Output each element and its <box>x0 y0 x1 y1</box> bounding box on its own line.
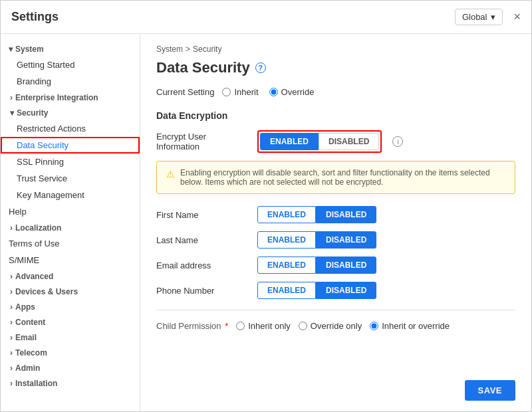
save-button[interactable]: SAVE <box>465 380 515 401</box>
override-only-text: Override only <box>311 321 362 331</box>
data-encryption-title: Data Encryption <box>156 110 515 121</box>
warning-box: ⚠ Enabling encryption will disable searc… <box>156 161 515 194</box>
field-enabled-btn-2[interactable]: ENABLED <box>257 257 316 274</box>
installation-label: Installation <box>15 379 57 388</box>
sidebar-item-key-management[interactable]: Key Management <box>1 187 140 203</box>
sidebar-item-branding[interactable]: Branding <box>1 73 140 90</box>
field-disabled-btn-1[interactable]: DISABLED <box>316 231 376 249</box>
telecom-label: Telecom <box>15 348 47 358</box>
global-dropdown[interactable]: Global ▾ <box>455 9 503 25</box>
modal-header: Settings Global ▾ × <box>1 1 531 34</box>
security-section-label: Security <box>17 108 48 118</box>
sidebar-section-system[interactable]: ▾ System <box>1 41 140 56</box>
help-icon[interactable]: ? <box>255 62 266 73</box>
chevron-right-icon: › <box>10 302 13 312</box>
inherit-or-override-label[interactable]: Inherit or override <box>370 321 450 331</box>
sidebar-item-smime[interactable]: S/MIME <box>1 252 140 268</box>
encrypt-toggle-group: ENABLED DISABLED <box>260 133 379 150</box>
sidebar-item-email[interactable]: › Email <box>1 330 140 345</box>
chevron-right-icon: › <box>10 272 13 281</box>
sidebar-section-security[interactable]: ▾ Security <box>1 105 140 120</box>
content-label: Content <box>15 318 45 327</box>
field-disabled-btn-0[interactable]: DISABLED <box>316 206 376 223</box>
breadcrumb-security: Security <box>193 45 221 54</box>
close-button[interactable]: × <box>513 10 521 24</box>
field-enabled-btn-3[interactable]: ENABLED <box>257 282 316 299</box>
field-row: First NameENABLEDDISABLED <box>156 206 515 223</box>
modal-body: ▾ System Getting Started Branding › Ente… <box>1 34 531 411</box>
inherit-label: Inherit <box>234 87 258 97</box>
sidebar-item-admin[interactable]: › Admin <box>1 360 140 375</box>
field-enabled-btn-1[interactable]: ENABLED <box>257 231 316 249</box>
override-only-label[interactable]: Override only <box>299 321 362 331</box>
devices-users-label: Devices & Users <box>15 287 78 296</box>
chevron-right-icon: › <box>10 223 13 233</box>
current-setting-label: Current Setting <box>156 87 214 97</box>
chevron-right-icon: › <box>10 333 13 342</box>
localization-label: Localization <box>15 223 61 233</box>
field-label-email-address: Email address <box>156 260 249 270</box>
child-permission-row: Child Permission * Inherit only Override… <box>156 321 515 331</box>
child-permission-label: Child Permission * <box>156 321 228 331</box>
sidebar-item-telecom[interactable]: › Telecom <box>1 345 140 360</box>
inherit-or-override-radio[interactable] <box>370 322 378 330</box>
inherit-only-text: Inherit only <box>248 321 291 331</box>
sidebar-item-installation[interactable]: › Installation <box>1 375 140 391</box>
field-label-last-name: Last Name <box>156 235 249 245</box>
inherit-only-label[interactable]: Inherit only <box>236 321 291 331</box>
inherit-radio-label[interactable]: Inherit <box>222 87 258 97</box>
breadcrumb-separator: > <box>186 45 190 54</box>
sidebar-item-content[interactable]: › Content <box>1 314 140 330</box>
sidebar-system-label: System <box>15 45 44 54</box>
current-setting-row: Current Setting Inherit Override <box>156 87 515 97</box>
chevron-down-icon: ▾ <box>9 45 13 54</box>
sidebar-item-advanced[interactable]: › Advanced <box>1 268 140 284</box>
sidebar-item-enterprise-integration[interactable]: › Enterprise Integration <box>1 90 140 105</box>
sidebar-item-terms[interactable]: Terms of Use <box>1 235 140 252</box>
encrypt-user-label: Encrypt User Information <box>156 132 249 152</box>
encrypt-enabled-button[interactable]: ENABLED <box>260 133 319 150</box>
inherit-only-radio[interactable] <box>236 322 245 330</box>
sidebar: ▾ System Getting Started Branding › Ente… <box>1 34 140 411</box>
fields-container: First NameENABLEDDISABLEDLast NameENABLE… <box>156 206 515 299</box>
enabled-box-highlight: ENABLED DISABLED <box>257 130 382 153</box>
encrypt-info-icon[interactable]: i <box>392 136 403 147</box>
override-only-radio[interactable] <box>299 322 307 330</box>
page-title: Data Security ? <box>156 59 515 76</box>
sidebar-item-devices-users[interactable]: › Devices & Users <box>1 284 140 299</box>
field-toggle-group-1: ENABLEDDISABLED <box>257 231 376 249</box>
sidebar-item-help[interactable]: Help <box>1 203 140 220</box>
sidebar-item-data-security[interactable]: Data Security <box>1 137 140 154</box>
field-label-first-name: First Name <box>156 210 249 220</box>
breadcrumb: System > Security <box>156 45 515 54</box>
sidebar-item-ssl-pinning[interactable]: SSL Pinning <box>1 154 140 170</box>
main-content: System > Security Data Security ? Curren… <box>140 34 531 411</box>
field-enabled-btn-0[interactable]: ENABLED <box>257 206 316 223</box>
sidebar-item-trust-service[interactable]: Trust Service <box>1 170 140 187</box>
warning-icon: ⚠ <box>166 169 175 179</box>
chevron-down-icon: ▾ <box>491 12 495 22</box>
field-disabled-btn-2[interactable]: DISABLED <box>316 257 376 274</box>
settings-modal: Settings Global ▾ × ▾ System Getting Sta… <box>0 0 532 412</box>
field-label-phone-number: Phone Number <box>156 286 249 296</box>
sidebar-item-restricted-actions[interactable]: Restricted Actions <box>1 120 140 137</box>
encrypt-user-row: Encrypt User Information ENABLED DISABLE… <box>156 130 515 153</box>
inherit-radio[interactable] <box>222 88 231 96</box>
sidebar-item-getting-started[interactable]: Getting Started <box>1 56 140 73</box>
enterprise-integration-label: Enterprise Integration <box>15 93 98 102</box>
chevron-right-icon: › <box>10 287 13 296</box>
field-row: Last NameENABLEDDISABLED <box>156 231 515 249</box>
sidebar-item-localization[interactable]: › Localization <box>1 220 140 235</box>
sidebar-item-apps[interactable]: › Apps <box>1 299 140 314</box>
advanced-label: Advanced <box>15 272 53 281</box>
field-row: Email addressENABLEDDISABLED <box>156 257 515 274</box>
chevron-down-icon: ▾ <box>10 108 14 118</box>
required-star: * <box>225 321 228 331</box>
override-radio[interactable] <box>269 88 278 96</box>
email-label: Email <box>15 333 37 342</box>
override-radio-label[interactable]: Override <box>269 87 315 97</box>
field-disabled-btn-3[interactable]: DISABLED <box>316 282 376 299</box>
encrypt-disabled-button[interactable]: DISABLED <box>319 133 379 150</box>
field-toggle-group-0: ENABLEDDISABLED <box>257 206 376 223</box>
admin-label: Admin <box>15 363 40 373</box>
